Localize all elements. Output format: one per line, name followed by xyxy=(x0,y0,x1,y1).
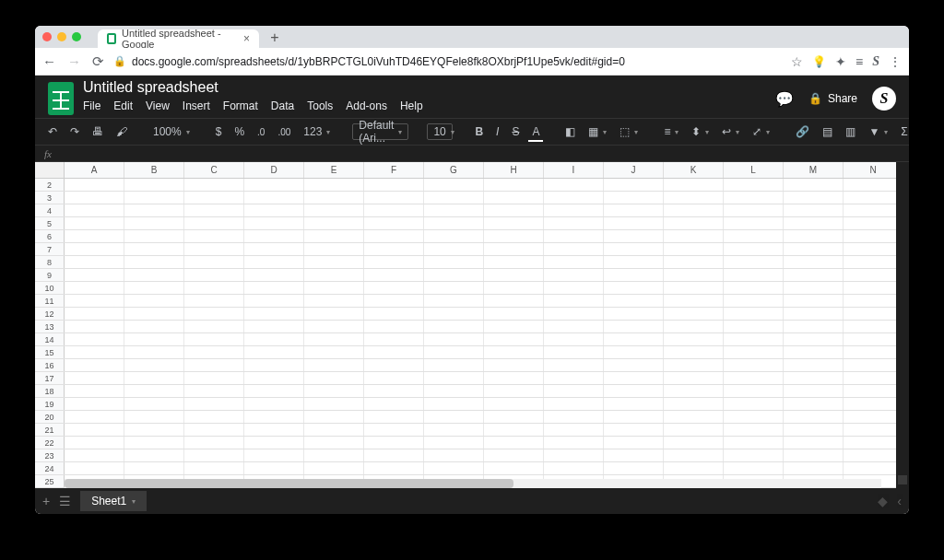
cell[interactable] xyxy=(844,424,903,436)
cell[interactable] xyxy=(484,359,544,371)
cell[interactable] xyxy=(484,217,544,229)
cell[interactable] xyxy=(364,449,424,461)
cell[interactable] xyxy=(784,398,844,410)
cell[interactable] xyxy=(724,462,784,474)
filter-button[interactable]: ▼ xyxy=(865,123,891,140)
cell[interactable] xyxy=(304,359,364,371)
cell[interactable] xyxy=(304,385,364,397)
cell[interactable] xyxy=(544,256,604,268)
cell[interactable] xyxy=(484,333,544,345)
cell[interactable] xyxy=(304,204,364,216)
cell[interactable] xyxy=(604,359,664,371)
profile-s-icon[interactable]: S xyxy=(872,54,879,69)
cell[interactable] xyxy=(784,230,844,242)
cell[interactable] xyxy=(844,359,903,371)
row-header[interactable]: 21 xyxy=(35,424,65,436)
text-rotation-button[interactable]: ⤢ xyxy=(749,123,773,140)
minimize-window-icon[interactable] xyxy=(57,32,66,41)
cell[interactable] xyxy=(65,398,124,410)
cell[interactable] xyxy=(664,256,724,268)
cell[interactable] xyxy=(184,411,244,423)
cell[interactable] xyxy=(724,372,784,384)
cell[interactable] xyxy=(844,256,903,268)
cell[interactable] xyxy=(124,333,184,345)
cell[interactable] xyxy=(724,359,784,371)
cell[interactable] xyxy=(65,217,124,229)
cell[interactable] xyxy=(484,269,544,281)
cell[interactable] xyxy=(664,269,724,281)
cell[interactable] xyxy=(364,359,424,371)
cell[interactable] xyxy=(364,243,424,255)
cell[interactable] xyxy=(544,192,604,204)
cell[interactable] xyxy=(424,411,484,423)
cell[interactable] xyxy=(184,437,244,449)
font-size-select[interactable]: 10 xyxy=(427,123,453,140)
row-header[interactable]: 2 xyxy=(35,179,65,191)
scroll-tabs-icon[interactable]: ‹ xyxy=(897,494,902,508)
cell[interactable] xyxy=(65,462,124,474)
cell[interactable] xyxy=(544,437,604,449)
cell[interactable] xyxy=(784,333,844,345)
row-header[interactable]: 15 xyxy=(35,346,65,358)
cell[interactable] xyxy=(244,437,304,449)
row-header[interactable]: 6 xyxy=(35,230,65,242)
cell[interactable] xyxy=(544,333,604,345)
cell[interactable] xyxy=(484,230,544,242)
cell[interactable] xyxy=(124,308,184,320)
share-button[interactable]: 🔒 Share xyxy=(808,92,857,105)
menu-insert[interactable]: Insert xyxy=(183,99,210,112)
cell[interactable] xyxy=(244,449,304,461)
row-header[interactable]: 24 xyxy=(35,462,65,474)
cell[interactable] xyxy=(184,217,244,229)
cell[interactable] xyxy=(124,398,184,410)
cell[interactable] xyxy=(844,449,903,461)
cell[interactable] xyxy=(664,333,724,345)
column-header[interactable]: I xyxy=(544,162,604,178)
cell[interactable] xyxy=(304,321,364,332)
cell[interactable] xyxy=(604,282,664,294)
column-header[interactable]: D xyxy=(244,162,304,178)
cell[interactable] xyxy=(484,308,544,320)
cell[interactable] xyxy=(364,256,424,268)
cell[interactable] xyxy=(664,295,724,307)
menu-tools[interactable]: Tools xyxy=(307,99,333,112)
cell[interactable] xyxy=(604,462,664,474)
cell[interactable] xyxy=(544,243,604,255)
cell[interactable] xyxy=(424,424,484,436)
cell[interactable] xyxy=(364,372,424,384)
column-header[interactable]: A xyxy=(65,162,124,178)
doc-title[interactable]: Untitled spreadsheet xyxy=(83,79,766,96)
cell[interactable] xyxy=(664,179,724,191)
cell[interactable] xyxy=(244,217,304,229)
sheets-logo-icon[interactable] xyxy=(48,82,74,115)
cell[interactable] xyxy=(424,230,484,242)
cell[interactable] xyxy=(604,295,664,307)
cell[interactable] xyxy=(604,437,664,449)
cell[interactable] xyxy=(604,204,664,216)
cell[interactable] xyxy=(484,449,544,461)
cell[interactable] xyxy=(184,346,244,358)
increase-decimal-button[interactable]: .00 xyxy=(274,125,294,139)
cell[interactable] xyxy=(244,398,304,410)
cell[interactable] xyxy=(544,359,604,371)
column-header[interactable]: H xyxy=(484,162,544,178)
cell[interactable] xyxy=(424,372,484,384)
cell[interactable] xyxy=(724,333,784,345)
cell[interactable] xyxy=(424,437,484,449)
cell[interactable] xyxy=(304,424,364,436)
cell[interactable] xyxy=(244,256,304,268)
row-header[interactable]: 9 xyxy=(35,269,65,281)
cell[interactable] xyxy=(784,411,844,423)
cell[interactable] xyxy=(424,449,484,461)
cell[interactable] xyxy=(424,321,484,332)
row-header[interactable]: 18 xyxy=(35,385,65,397)
cell[interactable] xyxy=(604,333,664,345)
paint-format-icon[interactable]: 🖌 xyxy=(112,123,131,140)
cell[interactable] xyxy=(664,230,724,242)
cell[interactable] xyxy=(364,269,424,281)
cell[interactable] xyxy=(184,269,244,281)
menu-data[interactable]: Data xyxy=(271,99,294,112)
cell[interactable] xyxy=(124,346,184,358)
cell[interactable] xyxy=(65,192,124,204)
cell[interactable] xyxy=(544,269,604,281)
